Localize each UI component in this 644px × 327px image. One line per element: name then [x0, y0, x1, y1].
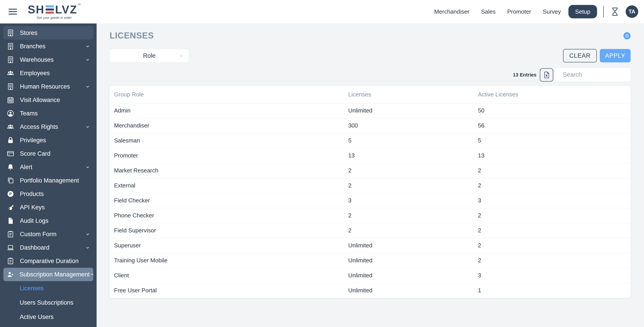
- logo-e-glyph: [46, 5, 54, 14]
- hourglass-icon[interactable]: [610, 7, 620, 16]
- chevron-up-icon: [90, 272, 94, 277]
- search-box: [555, 68, 630, 82]
- person-circle-icon: [6, 110, 14, 117]
- key-icon: [6, 204, 14, 211]
- sidebar-item-custom-form[interactable]: Custom Form: [3, 228, 93, 241]
- hamburger-menu-icon[interactable]: [8, 9, 17, 14]
- cell-group-role: Field Supervisor: [110, 223, 348, 238]
- cell-licenses: Unlimited: [348, 283, 478, 298]
- cell-active-licenses: 2: [478, 163, 630, 178]
- table-row: Field Checker 3 3: [110, 193, 630, 208]
- refresh-icon: [624, 33, 630, 38]
- bell-icon: [6, 163, 14, 171]
- chevron-down-icon: [85, 232, 90, 237]
- sidebar-item-stores[interactable]: Stores: [3, 26, 93, 40]
- sidebar-item-api-keys[interactable]: API Keys: [3, 201, 93, 214]
- sidebar-item-portfolio-management[interactable]: Portfolio Management: [3, 174, 93, 187]
- sidebar-item-products[interactable]: P Products: [3, 187, 93, 201]
- sidebar-item-alert[interactable]: Alert: [3, 160, 93, 174]
- chevron-down-icon: [85, 245, 90, 250]
- sidebar-item-branches[interactable]: Branches: [3, 40, 93, 53]
- cell-group-role: Client: [110, 268, 348, 283]
- sidebar-item-score-card[interactable]: Score Card: [3, 147, 93, 160]
- column-header-licenses[interactable]: Licenses: [348, 86, 478, 103]
- apply-button[interactable]: APPLY: [600, 49, 630, 62]
- setup-button[interactable]: Setup: [568, 5, 597, 18]
- sidebar-subitem-label: Users Subscriptions: [20, 299, 73, 306]
- column-header-group-role[interactable]: Group Role: [110, 86, 348, 103]
- nav-merchandiser[interactable]: Merchandiser: [434, 8, 470, 15]
- sidebar-item-label: Score Card: [20, 150, 50, 157]
- sidebar-item-label: Custom Form: [20, 231, 56, 238]
- chevron-down-icon: [178, 53, 184, 58]
- sidebar-item-dashboard[interactable]: Dashboard: [3, 241, 93, 254]
- column-header-active-licenses[interactable]: Active Licenses: [478, 86, 630, 103]
- building-icon: [6, 29, 14, 37]
- sidebar-item-subscription-management[interactable]: Subscription Management: [3, 268, 93, 281]
- person-plus-icon: [6, 271, 14, 278]
- credit-card-icon: [6, 150, 14, 158]
- sidebar-item-audit-logs[interactable]: Audit Logs: [3, 214, 93, 228]
- sidebar-item-privileges[interactable]: Privileges: [3, 134, 93, 147]
- main-content: LICENSES Role CLEAR APPLY 13 Entries: [96, 24, 644, 327]
- cell-group-role: External: [110, 178, 348, 193]
- search-input[interactable]: [563, 71, 642, 78]
- sidebar-item-label: Employees: [20, 70, 50, 77]
- cell-licenses: Unlimited: [348, 253, 478, 268]
- calendar-icon: [6, 96, 14, 104]
- cell-licenses: 300: [348, 118, 478, 133]
- cell-group-role: Salesman: [110, 133, 348, 148]
- cell-group-role: Field Checker: [110, 193, 348, 208]
- chevron-down-icon: [85, 57, 90, 62]
- sidebar-item-comparative-duration[interactable]: Comparative Duration: [3, 254, 93, 268]
- table-row: Superuser Unlimited 2: [110, 238, 630, 253]
- building-icon: [6, 42, 14, 50]
- sidebar-item-label: Audit Logs: [20, 218, 48, 224]
- sidebar-subitem-active-users[interactable]: Active Users: [0, 310, 96, 324]
- laptop-icon: [6, 244, 14, 252]
- sidebar-item-employees[interactable]: Employees: [3, 66, 93, 80]
- app-header: SH LVZ ™ Get your goods in order Merchan…: [0, 0, 644, 24]
- cell-licenses: 2: [348, 178, 478, 193]
- sidebar-item-label: Products: [20, 190, 44, 198]
- lock-icon: [6, 136, 14, 144]
- table-row: Phone Checker 2 2: [110, 208, 630, 223]
- role-filter-dropdown[interactable]: Role: [110, 49, 189, 63]
- people-group-icon: [6, 69, 14, 77]
- export-excel-button[interactable]: [540, 68, 553, 82]
- copy-icon: [6, 177, 14, 184]
- nav-survey[interactable]: Survey: [543, 8, 561, 15]
- clear-button[interactable]: CLEAR: [563, 49, 597, 62]
- table-row: Client Unlimited 3: [110, 268, 630, 283]
- sidebar-item-label: Alert: [20, 164, 32, 171]
- sidebar-item-access-rights[interactable]: Access Rights: [3, 120, 93, 134]
- sidebar-item-label: Privileges: [20, 137, 46, 144]
- sidebar-item-label: Stores: [20, 30, 37, 36]
- cell-licenses: 2: [348, 163, 478, 178]
- svg-text:P: P: [9, 192, 12, 196]
- sidebar-item-label: Warehouses: [20, 56, 54, 63]
- user-avatar[interactable]: TA: [626, 5, 638, 18]
- p-circle-icon: P: [6, 190, 14, 198]
- licenses-table-card: Group Role Licenses Active Licenses Admi…: [110, 86, 630, 298]
- nav-sales[interactable]: Sales: [481, 8, 496, 15]
- cell-active-licenses: 56: [478, 118, 630, 133]
- table-row: Admin Unlimited 50: [110, 103, 630, 118]
- sidebar-item-label: Branches: [20, 43, 46, 50]
- cell-group-role: Admin: [110, 103, 348, 118]
- cell-active-licenses: 5: [478, 133, 630, 148]
- sidebar: Stores Branches Warehouses Employees Hum…: [0, 24, 96, 327]
- file-icon: [6, 217, 14, 224]
- sidebar-item-label: Comparative Duration: [20, 258, 79, 264]
- nav-promoter[interactable]: Promoter: [507, 8, 531, 15]
- sidebar-item-human-resources[interactable]: Human Resources: [3, 80, 93, 93]
- sidebar-item-warehouses[interactable]: Warehouses: [3, 53, 93, 66]
- refresh-button[interactable]: [624, 32, 630, 39]
- sidebar-item-teams[interactable]: Teams: [3, 107, 93, 120]
- logo-text-right: LVZ: [55, 4, 77, 15]
- people-group-icon: [6, 123, 14, 130]
- sidebar-item-visit-allowance[interactable]: Visit Allowance: [3, 93, 93, 107]
- sidebar-subitem-users-subscriptions[interactable]: Users Subscriptions: [0, 296, 96, 310]
- sidebar-subitem-licenses[interactable]: Licenses: [0, 281, 96, 296]
- cell-active-licenses: 3: [478, 268, 630, 283]
